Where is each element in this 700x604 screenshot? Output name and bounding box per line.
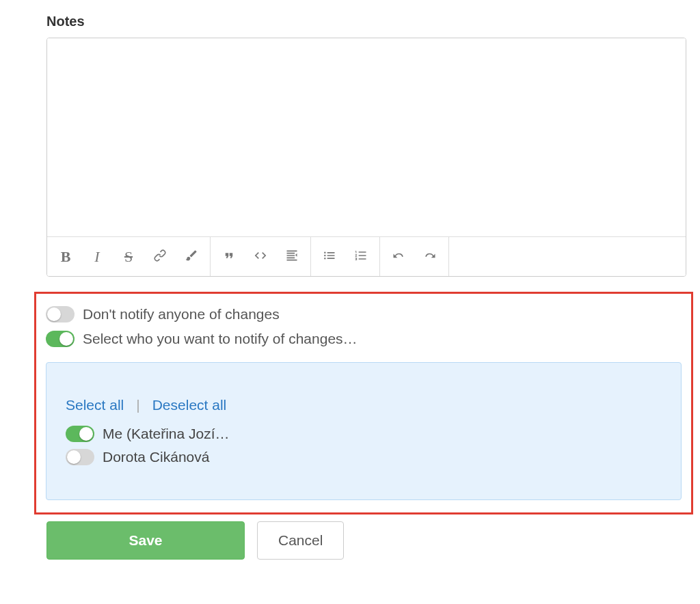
bold-button[interactable]: B xyxy=(50,237,81,276)
bold-icon: B xyxy=(61,248,71,266)
paint-button[interactable] xyxy=(176,237,207,276)
toolbar-group-blocks xyxy=(211,237,311,276)
person-toggle[interactable] xyxy=(66,426,94,442)
redo-button[interactable] xyxy=(414,237,446,276)
code-button[interactable] xyxy=(245,237,276,276)
cancel-button[interactable]: Cancel xyxy=(257,521,344,560)
toggle-knob-icon xyxy=(47,307,61,321)
strike-button[interactable]: S xyxy=(113,237,144,276)
dont-notify-toggle-row: Don't notify anyone of changes xyxy=(46,306,682,322)
dont-notify-label: Don't notify anyone of changes xyxy=(83,306,280,322)
notify-panel: Select all | Deselect all Me (Kateřina J… xyxy=(46,362,682,500)
bullet-list-icon xyxy=(323,249,336,265)
paint-icon xyxy=(185,249,198,265)
separator: | xyxy=(136,397,139,413)
select-who-toggle[interactable] xyxy=(46,331,75,347)
toolbar-group-lists xyxy=(311,237,380,276)
notify-section: Don't notify anyone of changes Select wh… xyxy=(34,292,693,514)
quote-button[interactable] xyxy=(213,237,245,276)
toolbar-spacer xyxy=(449,237,686,276)
notes-editor: B I S xyxy=(46,38,686,277)
editor-toolbar: B I S xyxy=(47,236,686,276)
select-who-label: Select who you want to notify of changes… xyxy=(83,331,358,347)
undo-button[interactable] xyxy=(383,237,414,276)
toggle-knob-icon xyxy=(59,332,73,346)
code-icon xyxy=(254,249,267,265)
notify-person-row: Me (Kateřina Jozí… xyxy=(66,426,662,442)
deselect-all-link[interactable]: Deselect all xyxy=(152,397,227,413)
select-who-toggle-row: Select who you want to notify of changes… xyxy=(46,331,682,347)
form-actions: Save Cancel xyxy=(46,521,686,560)
toolbar-group-history xyxy=(380,237,449,276)
undo-icon xyxy=(392,249,405,265)
select-all-link[interactable]: Select all xyxy=(66,397,124,413)
link-button[interactable] xyxy=(144,237,176,276)
notes-label: Notes xyxy=(46,14,686,29)
toggle-knob-icon xyxy=(67,450,81,464)
number-list-icon xyxy=(354,249,368,265)
toolbar-group-text: B I S xyxy=(47,237,211,276)
outdent-icon xyxy=(285,249,299,265)
outdent-button[interactable] xyxy=(276,237,308,276)
bullet-list-button[interactable] xyxy=(314,237,345,276)
italic-icon: I xyxy=(94,248,99,266)
redo-icon xyxy=(423,249,437,265)
notes-textarea[interactable] xyxy=(47,38,686,236)
select-links: Select all | Deselect all xyxy=(66,397,662,413)
link-icon xyxy=(153,249,167,265)
save-button[interactable]: Save xyxy=(46,521,245,560)
notify-person-row: Dorota Cikánová xyxy=(66,449,662,465)
person-label: Me (Kateřina Jozí… xyxy=(103,426,230,442)
italic-button[interactable]: I xyxy=(81,237,113,276)
person-label: Dorota Cikánová xyxy=(103,449,209,465)
number-list-button[interactable] xyxy=(345,237,377,276)
quote-icon xyxy=(222,249,236,264)
dont-notify-toggle[interactable] xyxy=(46,306,75,322)
strike-icon: S xyxy=(124,248,133,266)
toggle-knob-icon xyxy=(79,427,93,441)
form-container: Notes B I S xyxy=(14,14,686,560)
person-toggle[interactable] xyxy=(66,449,94,465)
